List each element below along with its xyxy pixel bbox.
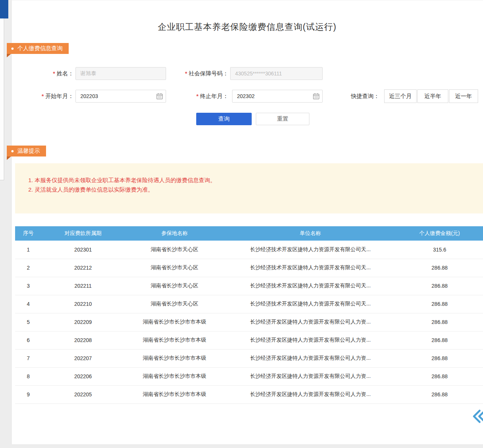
table-cell: 3 — [15, 277, 42, 295]
required-marker: * — [185, 70, 187, 77]
start-month-input[interactable] — [75, 90, 166, 103]
col-header-amount: 个人缴费金额(元) — [396, 226, 483, 241]
table-row: 3202211湖南省长沙市天心区长沙经济技术开发区捷特人力资源开发有限公司天..… — [15, 277, 483, 295]
col-header-employer: 单位名称 — [225, 226, 396, 241]
table-cell: 长沙经济开发区捷特人力资源开发有限公司人力资... — [225, 385, 396, 404]
table-cell: 2 — [15, 259, 42, 277]
table-row: 4202210湖南省长沙市天心区长沙经济技术开发区捷特人力资源开发有限公司天..… — [15, 295, 483, 313]
table-cell: 202205 — [42, 385, 125, 404]
table-cell: 286.88 — [396, 313, 483, 331]
col-header-period: 对应费款所属期 — [42, 226, 125, 241]
table-row: 2202212湖南省长沙市天心区长沙经济技术开发区捷特人力资源开发有限公司天..… — [15, 259, 483, 277]
table-cell: 315.6 — [396, 241, 483, 259]
ssn-input — [230, 67, 323, 80]
table-row: 9202205湖南省长沙市长沙市市本级长沙经济开发区捷特人力资源开发有限公司人力… — [15, 385, 483, 404]
col-header-region: 参保地名称 — [125, 226, 225, 241]
table-cell: 202211 — [42, 277, 125, 295]
bullet-icon — [11, 150, 14, 152]
ssn-label: *社会保障号码： — [172, 67, 228, 80]
query-button[interactable]: 查询 — [196, 113, 252, 125]
required-marker: * — [53, 70, 55, 77]
table-cell: 286.88 — [396, 331, 483, 349]
table-cell: 湖南省长沙市天心区 — [125, 259, 225, 277]
table-cell: 4 — [15, 295, 42, 313]
section-badge-query-label: 个人缴费信息查询 — [17, 45, 63, 52]
calendar-icon[interactable] — [313, 93, 320, 100]
table-cell: 202206 — [42, 367, 125, 385]
table-cell: 湖南省长沙市长沙市市本级 — [125, 331, 225, 349]
table-cell: 长沙经济技术开发区捷特人力资源开发有限公司天... — [225, 295, 396, 313]
ribbon-fold — [7, 156, 11, 160]
quick-option-3months[interactable]: 近三个月 — [384, 89, 417, 103]
ribbon-fold — [7, 54, 11, 57]
table-cell: 6 — [15, 331, 42, 349]
page-title: 企业职工基本养老保险缴费信息查询(试运行) — [11, 21, 483, 33]
table-cell: 湖南省长沙市天心区 — [125, 241, 225, 259]
table-cell: 286.88 — [396, 367, 483, 385]
table-cell: 湖南省长沙市长沙市市本级 — [125, 367, 225, 385]
table-cell: 8 — [15, 367, 42, 385]
table-header: 序号 对应费款所属期 参保地名称 单位名称 个人缴费金额(元) — [15, 226, 483, 241]
name-input — [75, 67, 166, 80]
table-row: 1202301湖南省长沙市天心区长沙经济技术开发区捷特人力资源开发有限公司天..… — [15, 241, 483, 259]
table-cell: 202208 — [42, 331, 125, 349]
tips-line-2: 2. 灵活就业人员的缴费单位信息以实际缴费为准。 — [28, 185, 475, 194]
tips-line-1: 1. 本服务仅提供尚未领取企业职工基本养老保险待遇人员的缴费信息查询。 — [28, 175, 475, 185]
table-cell: 长沙经济技术开发区捷特人力资源开发有限公司天... — [225, 241, 396, 259]
table-cell: 202207 — [42, 349, 125, 367]
table-cell: 1 — [15, 241, 42, 259]
table-cell: 202212 — [42, 259, 125, 277]
tips-notice-box: 1. 本服务仅提供尚未领取企业职工基本养老保险待遇人员的缴费信息查询。 2. 灵… — [15, 163, 483, 213]
calendar-icon[interactable] — [156, 93, 163, 100]
required-marker: * — [196, 93, 198, 99]
table-cell: 长沙经济开发区捷特人力资源开发有限公司人力资... — [225, 331, 396, 349]
table-cell: 长沙经济技术开发区捷特人力资源开发有限公司天... — [225, 259, 396, 277]
table-row: 8202206湖南省长沙市长沙市市本级长沙经济开发区捷特人力资源开发有限公司人力… — [15, 367, 483, 385]
section-badge-query: 个人缴费信息查询 — [7, 43, 69, 54]
table-body: 1202301湖南省长沙市天心区长沙经济技术开发区捷特人力资源开发有限公司天..… — [15, 241, 483, 404]
reset-button[interactable]: 重置 — [256, 113, 309, 125]
left-sidebar-edge — [0, 0, 4, 180]
table-cell: 湖南省长沙市长沙市市本级 — [125, 313, 225, 331]
start-month-label: *开始年月： — [32, 90, 74, 103]
page-background: { "title": "企业职工基本养老保险缴费信息查询(试运行)", "bad… — [0, 0, 483, 448]
bullet-icon — [11, 48, 14, 50]
collapse-double-left-chevron-icon[interactable] — [471, 408, 483, 425]
table-row: 6202208湖南省长沙市长沙市市本级长沙经济开发区捷特人力资源开发有限公司人力… — [15, 331, 483, 349]
table-cell: 7 — [15, 349, 42, 367]
required-marker: * — [42, 93, 44, 99]
table-cell: 湖南省长沙市长沙市市本级 — [125, 385, 225, 404]
table-cell: 202301 — [42, 241, 125, 259]
table-cell: 长沙经济开发区捷特人力资源开发有限公司人力资... — [225, 349, 396, 367]
table-cell: 202209 — [42, 313, 125, 331]
table-cell: 202210 — [42, 295, 125, 313]
name-label: *姓名： — [32, 67, 74, 80]
quick-option-halfyear[interactable]: 近半年 — [417, 89, 448, 103]
table-cell: 9 — [15, 385, 42, 404]
table-cell: 长沙经济技术开发区捷特人力资源开发有限公司天... — [225, 277, 396, 295]
table-cell: 286.88 — [396, 277, 483, 295]
results-table: 序号 对应费款所属期 参保地名称 单位名称 个人缴费金额(元) 1202301湖… — [15, 226, 483, 404]
section-badge-tips: 温馨提示 — [7, 146, 46, 156]
table-cell: 湖南省长沙市长沙市市本级 — [125, 349, 225, 367]
section-badge-tips-label: 温馨提示 — [17, 147, 40, 155]
table-cell: 长沙经济开发区捷特人力资源开发有限公司人力资... — [225, 313, 396, 331]
table-cell: 湖南省长沙市天心区 — [125, 295, 225, 313]
table-cell: 长沙经济开发区捷特人力资源开发有限公司人力资... — [225, 367, 396, 385]
quick-query-label: 快捷查询： — [351, 89, 382, 103]
table-cell: 286.88 — [396, 385, 483, 404]
end-month-label: *终止年月： — [177, 90, 228, 103]
corner-accent-tab — [0, 0, 8, 18]
table-cell: 5 — [15, 313, 42, 331]
col-header-index: 序号 — [15, 226, 42, 241]
quick-option-oneyear[interactable]: 近一年 — [449, 89, 478, 103]
table-row: 5202209湖南省长沙市长沙市市本级长沙经济开发区捷特人力资源开发有限公司人力… — [15, 313, 483, 331]
table-cell: 286.88 — [396, 295, 483, 313]
table-row: 7202207湖南省长沙市长沙市市本级长沙经济开发区捷特人力资源开发有限公司人力… — [15, 349, 483, 367]
end-month-input[interactable] — [232, 90, 323, 103]
table-cell: 286.88 — [396, 349, 483, 367]
table-cell: 湖南省长沙市天心区 — [125, 277, 225, 295]
table-cell: 286.88 — [396, 259, 483, 277]
